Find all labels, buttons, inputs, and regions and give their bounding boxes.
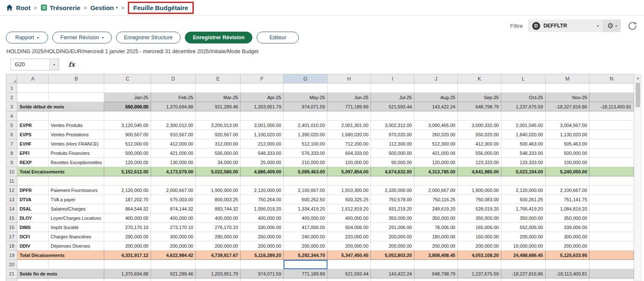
cell-N13[interactable]	[590, 195, 634, 204]
column-header-E[interactable]: E	[195, 74, 240, 84]
cell-L4[interactable]	[501, 111, 545, 121]
row-header-8[interactable]: 8	[6, 149, 17, 158]
column-header-H[interactable]: H	[327, 74, 371, 84]
cell-I15[interactable]: 350,000.00	[371, 213, 414, 223]
cell-F20[interactable]	[241, 260, 284, 269]
cell-M19[interactable]: 5,125,633.95	[545, 251, 590, 260]
cell-K6[interactable]: 550,020.00	[457, 130, 501, 139]
cell-C17[interactable]: 290,000.00	[104, 232, 151, 241]
cell-F3[interactable]: 1,203,951.79	[241, 102, 284, 111]
cell-H8[interactable]: 604,333.00	[327, 149, 371, 158]
cell-I9[interactable]: 90,000.00	[371, 158, 414, 167]
name-box-dropdown[interactable]: ▾	[49, 59, 59, 70]
cell-B1[interactable]	[49, 84, 104, 93]
row-header-20[interactable]: 20	[6, 260, 17, 269]
cell-F11[interactable]	[241, 176, 284, 186]
cell-N4[interactable]	[590, 111, 634, 121]
cell-J11[interactable]	[414, 176, 457, 186]
cell-M12[interactable]: 2,100,667.00	[545, 186, 590, 195]
cell-H19[interactable]: 5,347,450.45	[327, 251, 371, 260]
cell-J15[interactable]: 350,000.00	[414, 213, 457, 223]
cell-K16[interactable]: 165,006.00	[457, 223, 501, 232]
cell-F15[interactable]: 400,000.00	[241, 213, 284, 223]
column-header-C[interactable]: C	[104, 74, 151, 84]
cell-L16[interactable]: 552,006.00	[501, 223, 545, 232]
cell-J19[interactable]: 3,808,408.45	[414, 251, 457, 260]
cell-E12[interactable]: 1,900,000.00	[195, 186, 240, 195]
cell-F5[interactable]: 3,001,056.00	[241, 121, 284, 130]
cell-K15[interactable]: 350,000.00	[457, 213, 501, 223]
cell-J22[interactable]	[414, 278, 457, 281]
cell-E3[interactable]: 921,289.46	[195, 102, 240, 111]
cell-F7[interactable]: 212,000.00	[241, 139, 284, 149]
cell-N9[interactable]	[590, 158, 634, 167]
cell-J9[interactable]: 120,000.00	[414, 158, 457, 167]
cell-K9[interactable]: 123,333.00	[457, 158, 501, 167]
cell-J17[interactable]: 180,000.00	[414, 232, 457, 241]
cell-H21[interactable]: 521,593.44	[327, 269, 371, 278]
cell-I8[interactable]: 500,000.00	[371, 149, 414, 158]
row-header-10[interactable]: 10	[6, 167, 17, 176]
cell-I3[interactable]: 521,593.44	[371, 102, 414, 111]
settings-button[interactable]: ⚙ ▾	[603, 19, 621, 32]
cell-D16[interactable]: 273,170.10	[151, 223, 195, 232]
cell-G20[interactable]	[284, 260, 327, 269]
cell-H2[interactable]: Jun-25	[327, 93, 371, 102]
cell-H1[interactable]	[327, 84, 371, 93]
cell-B5[interactable]: Ventes Produits	[49, 121, 104, 130]
cell-N2[interactable]	[590, 93, 634, 102]
column-header-K[interactable]: K	[457, 74, 501, 84]
cell-H11[interactable]	[327, 176, 371, 186]
cell-H4[interactable]	[327, 111, 371, 121]
cell-K3[interactable]: 648,798.79	[457, 102, 501, 111]
cell-A13[interactable]: DTVA	[17, 195, 49, 204]
cell-C15[interactable]: 400,000.00	[104, 213, 151, 223]
cell-I14[interactable]: 931,219.20	[371, 204, 414, 213]
column-header-B[interactable]: B	[49, 74, 104, 84]
cell-A9[interactable]: REXP	[17, 158, 49, 167]
cell-K22[interactable]	[457, 278, 501, 281]
cell-L9[interactable]: 133,333.00	[501, 158, 545, 167]
cell-G3[interactable]: 974,071.59	[284, 102, 327, 111]
cell-B4[interactable]	[49, 111, 104, 121]
cell-C20[interactable]	[104, 260, 151, 269]
cell-G19[interactable]: 5,292,344.70	[284, 251, 327, 260]
cell-I22[interactable]	[371, 278, 414, 281]
cell-D15[interactable]: 400,000.00	[151, 213, 195, 223]
cell-G15[interactable]: 400,000.00	[284, 213, 327, 223]
column-header-D[interactable]: D	[151, 74, 195, 84]
cell-J13[interactable]: 750,116.25	[414, 195, 457, 204]
cell-L19[interactable]: 24,488,686.45	[501, 251, 545, 260]
cell-N17[interactable]	[590, 232, 634, 241]
cell-B16[interactable]: Impôt Société	[49, 223, 104, 232]
cell-L2[interactable]: Oct-25	[501, 93, 545, 102]
cell-M9[interactable]: 100,000.00	[545, 158, 590, 167]
cell-E19[interactable]: 4,739,917.67	[195, 251, 240, 260]
cell-J1[interactable]	[414, 84, 457, 93]
cell-F6[interactable]: 1,100,020.00	[241, 130, 284, 139]
cell-G7[interactable]: 512,100.00	[284, 139, 327, 149]
cell-H5[interactable]: 2,001,301.00	[327, 121, 371, 130]
cell-C18[interactable]: 200,000.00	[104, 241, 151, 251]
chevron-down-icon[interactable]: ▾	[116, 5, 118, 10]
cell-K14[interactable]: 528,019.20	[457, 204, 501, 213]
cell-N3[interactable]: -18,113,400.81	[590, 102, 634, 111]
cell-D8[interactable]: 421,000.00	[151, 149, 195, 158]
cell-E9[interactable]: 34,000.00	[195, 158, 240, 167]
cell-A19[interactable]: Total Décaissements	[17, 251, 104, 260]
cell-B8[interactable]: Produits Financiers	[49, 149, 104, 158]
cell-J4[interactable]	[414, 111, 457, 121]
row-header-17[interactable]: 17	[6, 232, 17, 241]
cell-E7[interactable]: 312,000.00	[195, 139, 240, 149]
cell-F2[interactable]: Apr-25	[241, 93, 284, 102]
cell-G17[interactable]: 240,000.00	[284, 232, 327, 241]
cell-G5[interactable]: 2,401,010.00	[284, 121, 327, 130]
cell-G21[interactable]: 771,189.89	[284, 269, 327, 278]
cell-E13[interactable]: 800,003.25	[195, 195, 240, 204]
breadcrumb-current[interactable]: Feuille Budgétaire	[133, 4, 188, 11]
cell-F8[interactable]: 548,333.00	[241, 149, 284, 158]
cell-E20[interactable]	[195, 260, 240, 269]
cell-I12[interactable]: 2,330,000.00	[371, 186, 414, 195]
cell-H6[interactable]: 1,680,020.00	[327, 130, 371, 139]
cell-L20[interactable]	[501, 260, 545, 269]
